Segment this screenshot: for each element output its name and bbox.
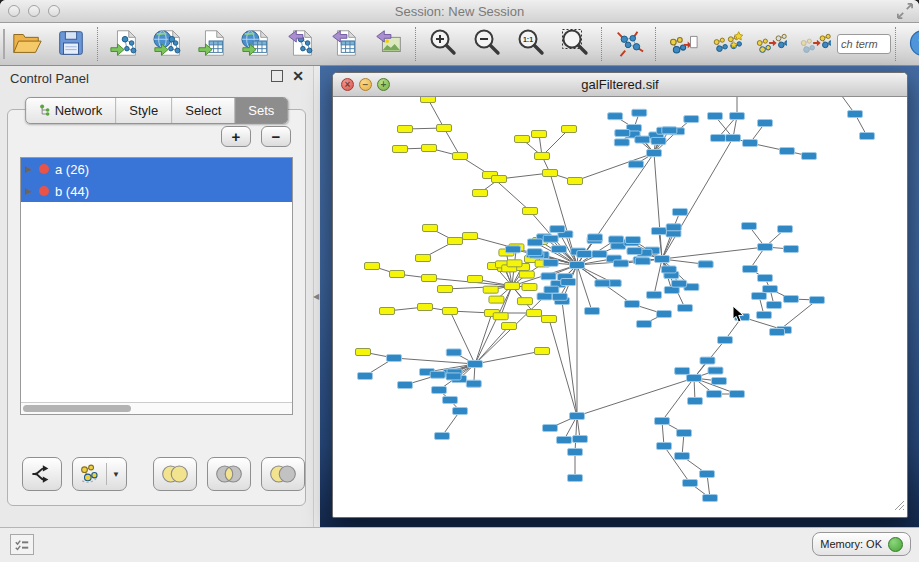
network-window-titlebar[interactable]: × − + galFiltered.sif <box>333 73 907 97</box>
zoom-actual-size-button[interactable]: 1:1 <box>509 25 553 63</box>
create-set-menu-button[interactable]: ▼ <box>72 457 127 491</box>
graph-node-blue[interactable] <box>752 293 767 300</box>
graph-node-blue[interactable] <box>635 136 650 143</box>
graph-node-blue[interactable] <box>627 248 642 255</box>
graph-node-blue[interactable] <box>398 382 413 389</box>
graph-node-yellow[interactable] <box>532 131 547 138</box>
zoom-out-button[interactable] <box>465 25 509 63</box>
graph-node-blue[interactable] <box>708 113 723 120</box>
graph-node-blue[interactable] <box>712 378 727 385</box>
graph-node-blue[interactable] <box>743 266 758 273</box>
search-input[interactable] <box>837 34 891 54</box>
graph-node-blue[interactable] <box>651 137 666 144</box>
graph-node-yellow[interactable] <box>527 310 542 317</box>
graph-node-blue[interactable] <box>595 280 610 287</box>
show-all-nodes-button[interactable] <box>793 25 837 63</box>
export-network-button[interactable] <box>279 25 323 63</box>
graph-node-yellow[interactable] <box>356 349 371 356</box>
import-table-file-button[interactable] <box>191 25 235 63</box>
graph-node-blue[interactable] <box>802 153 817 160</box>
graph-node-yellow[interactable] <box>390 271 405 278</box>
graph-node-yellow[interactable] <box>448 238 463 245</box>
graph-node-yellow[interactable] <box>542 316 557 323</box>
graph-node-blue[interactable] <box>588 234 603 241</box>
apply-layout-button[interactable] <box>607 25 651 63</box>
network-canvas[interactable] <box>333 97 907 517</box>
graph-node-yellow[interactable] <box>522 284 537 291</box>
tab-select[interactable]: Select <box>172 98 235 123</box>
help-button[interactable]: ? <box>901 25 919 63</box>
import-network-url-button[interactable] <box>147 25 191 63</box>
graph-node-blue[interactable] <box>543 235 558 242</box>
graph-node-yellow[interactable] <box>421 97 436 103</box>
graph-node-blue[interactable] <box>758 244 773 251</box>
graph-node-blue[interactable] <box>466 380 481 387</box>
graph-node-yellow[interactable] <box>543 170 558 177</box>
graph-node-yellow[interactable] <box>535 153 550 160</box>
graph-node-blue[interactable] <box>453 408 468 415</box>
graph-node-blue[interactable] <box>678 305 693 312</box>
graph-node-blue[interactable] <box>568 449 583 456</box>
graph-node-yellow[interactable] <box>535 348 550 355</box>
graph-node-blue[interactable] <box>573 436 588 443</box>
graph-node-blue[interactable] <box>848 111 863 118</box>
dropdown-arrow-icon[interactable]: ▼ <box>112 470 120 479</box>
expand-triangle-icon[interactable]: ▶ <box>21 164 37 174</box>
add-set-button[interactable]: + <box>221 126 251 147</box>
graph-node-blue[interactable] <box>784 296 799 303</box>
graph-node-blue[interactable] <box>557 437 572 444</box>
graph-node-blue[interactable] <box>684 116 699 123</box>
union-sets-button[interactable] <box>153 457 197 491</box>
graph-node-blue[interactable] <box>577 251 592 258</box>
export-table-button[interactable] <box>323 25 367 63</box>
graph-node-blue[interactable] <box>430 371 445 378</box>
graph-node-blue[interactable] <box>700 357 715 364</box>
task-monitor-button[interactable] <box>10 534 34 555</box>
graph-node-blue[interactable] <box>568 475 583 482</box>
graph-node-blue[interactable] <box>647 150 662 157</box>
graph-node-yellow[interactable] <box>562 126 577 133</box>
set-list-item[interactable]: ▶a (26) <box>21 158 292 180</box>
graph-node-yellow[interactable] <box>398 126 413 133</box>
resize-grip-icon[interactable] <box>893 497 905 515</box>
graph-node-blue[interactable] <box>743 140 758 147</box>
graph-node-blue[interactable] <box>543 259 558 266</box>
graph-node-blue[interactable] <box>592 251 607 258</box>
graph-node-blue[interactable] <box>672 208 687 215</box>
graph-node-blue[interactable] <box>550 226 565 233</box>
graph-node-blue[interactable] <box>718 337 733 344</box>
graph-node-blue[interactable] <box>707 391 722 398</box>
close-panel-icon[interactable]: ✕ <box>292 68 304 84</box>
graph-node-yellow[interactable] <box>523 208 538 215</box>
graph-node-blue[interactable] <box>675 367 690 374</box>
graph-node-yellow[interactable] <box>393 146 408 153</box>
graph-node-blue[interactable] <box>446 349 461 356</box>
panel-splitter[interactable]: ◀ <box>313 66 320 528</box>
graph-node-blue[interactable] <box>435 433 450 440</box>
graph-node-blue[interactable] <box>662 127 677 134</box>
graph-node-yellow[interactable] <box>380 308 395 315</box>
new-network-from-selection-button[interactable] <box>661 25 705 63</box>
save-session-button[interactable] <box>49 25 93 63</box>
split-set-button[interactable] <box>22 457 62 491</box>
graph-node-blue[interactable] <box>683 480 698 487</box>
graph-node-blue[interactable] <box>635 258 650 265</box>
graph-node-blue[interactable] <box>505 246 520 253</box>
graph-node-yellow[interactable] <box>418 304 433 311</box>
graph-node-yellow[interactable] <box>489 296 504 303</box>
graph-node-blue[interactable] <box>527 249 542 256</box>
open-session-button[interactable] <box>5 25 49 63</box>
memory-status-button[interactable]: Memory: OK <box>812 532 911 556</box>
graph-node-yellow[interactable] <box>463 233 478 240</box>
graph-node-blue[interactable] <box>677 430 692 437</box>
graph-node-blue[interactable] <box>657 311 672 318</box>
graph-node-blue[interactable] <box>544 286 559 293</box>
graph-node-blue[interactable] <box>655 256 670 263</box>
graph-node-blue[interactable] <box>543 425 558 432</box>
graph-node-blue[interactable] <box>561 279 576 286</box>
import-network-file-button[interactable] <box>103 25 147 63</box>
graph-node-blue[interactable] <box>672 280 687 287</box>
graph-node-yellow[interactable] <box>493 313 508 320</box>
graph-node-blue[interactable] <box>860 133 875 140</box>
graph-node-blue[interactable] <box>810 297 825 304</box>
